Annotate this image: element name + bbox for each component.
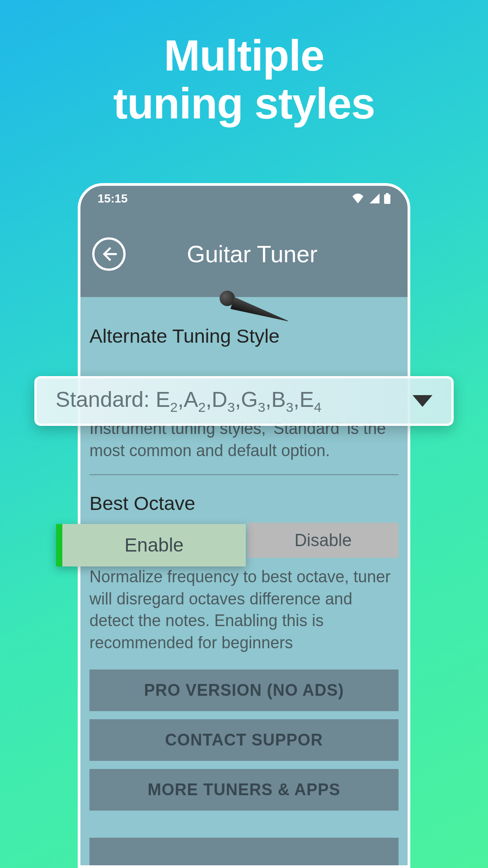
chevron-down-icon xyxy=(413,395,432,407)
wifi-icon xyxy=(352,193,364,203)
page-title: Guitar Tuner xyxy=(142,241,362,268)
status-time: 15:15 xyxy=(98,192,128,206)
contact-support-button[interactable]: CONTACT SUPPOR xyxy=(89,719,399,761)
tuning-style-label: Alternate Tuning Style xyxy=(89,325,399,347)
tuning-style-selected: Standard: E2,A2,D3,G3,B3,E4 xyxy=(56,387,321,415)
back-button[interactable] xyxy=(92,237,126,271)
promo-line-1: Multiple xyxy=(0,32,488,80)
app-header: Guitar Tuner xyxy=(80,211,408,297)
promo-heading: Multiple tuning styles xyxy=(0,0,488,127)
tuner-needle xyxy=(220,291,235,306)
divider xyxy=(89,474,399,475)
pro-version-button[interactable]: PRO VERSION (NO ADS) xyxy=(89,670,399,711)
best-octave-label: Best Octave xyxy=(89,492,399,514)
enable-button[interactable]: Enable xyxy=(56,524,246,566)
bottom-panel xyxy=(89,838,399,868)
promo-line-2: tuning styles xyxy=(0,80,488,127)
battery-icon xyxy=(384,193,390,204)
tuning-style-dropdown[interactable]: Standard: E2,A2,D3,G3,B3,E4 xyxy=(34,376,454,426)
svg-rect-1 xyxy=(386,193,389,194)
status-bar: 15:15 xyxy=(80,186,408,211)
status-icons xyxy=(352,193,390,204)
more-apps-button[interactable]: MORE TUNERS & APPS xyxy=(89,769,399,811)
signal-icon xyxy=(369,193,380,203)
svg-rect-0 xyxy=(384,194,390,204)
arrow-left-icon xyxy=(99,245,118,264)
disable-button[interactable]: Disable xyxy=(248,523,399,558)
best-octave-description: Normalize frequency to best octave, tune… xyxy=(89,566,399,654)
